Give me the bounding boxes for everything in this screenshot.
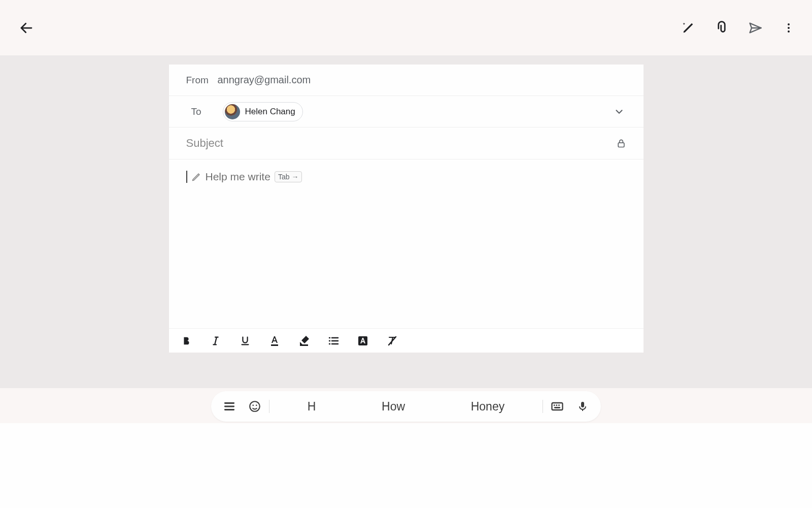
- underline-icon: [240, 335, 251, 346]
- suggestion-pill: H How Honey: [211, 391, 601, 422]
- subject-placeholder: Subject: [186, 137, 223, 150]
- svg-rect-6: [618, 143, 624, 147]
- compose-wrapper: From anngray@gmail.com To Helen Chang Su…: [0, 55, 812, 353]
- bold-icon: [181, 335, 192, 346]
- svg-point-25: [252, 405, 254, 406]
- avatar: [225, 104, 240, 119]
- italic-icon: [210, 335, 221, 346]
- bottom-strip: [0, 423, 812, 508]
- highlight-button[interactable]: [297, 334, 311, 348]
- suggestion-words: H How Honey: [275, 397, 537, 417]
- to-row[interactable]: To Helen Chang: [169, 96, 644, 128]
- magic-pen-icon: [681, 21, 695, 35]
- svg-point-26: [256, 405, 257, 406]
- emoji-button[interactable]: [246, 397, 264, 416]
- help-me-write-hint[interactable]: Help me write Tab →: [186, 171, 626, 183]
- menu-icon: [223, 400, 236, 413]
- emoji-icon: [248, 400, 261, 413]
- svg-rect-19: [358, 336, 367, 345]
- chevron-down-icon: [614, 106, 625, 117]
- recipient-name: Helen Chang: [245, 107, 295, 117]
- more-options-button[interactable]: [780, 19, 798, 37]
- svg-point-24: [250, 401, 260, 411]
- bold-button[interactable]: [179, 334, 193, 348]
- text-cursor: [186, 171, 187, 183]
- clear-format-icon: [386, 335, 398, 347]
- more-vert-icon: [783, 22, 795, 34]
- from-row[interactable]: From anngray@gmail.com: [169, 65, 644, 96]
- svg-point-4: [788, 27, 790, 29]
- underline-button[interactable]: [238, 334, 252, 348]
- svg-point-3: [788, 23, 790, 25]
- back-arrow-icon: [19, 20, 34, 36]
- subject-row[interactable]: Subject: [169, 128, 644, 160]
- keyboard-menu-button[interactable]: [220, 397, 239, 416]
- app-bar-left: [14, 16, 39, 40]
- voice-input-button[interactable]: [573, 397, 592, 416]
- mic-icon: [577, 400, 589, 412]
- svg-line-9: [215, 337, 217, 344]
- italic-button[interactable]: [209, 334, 223, 348]
- app-bar-right: [679, 19, 798, 37]
- keyboard-suggestion-bar: H How Honey: [0, 388, 812, 424]
- svg-point-5: [788, 30, 790, 33]
- tab-hint-arrow: →: [291, 173, 298, 181]
- confidential-mode-button[interactable]: [616, 138, 626, 148]
- recipient-chip[interactable]: Helen Chang: [223, 102, 303, 121]
- highlight-icon: [298, 335, 310, 347]
- suggestion-word-3[interactable]: Honey: [461, 397, 515, 417]
- list-icon: [327, 335, 340, 347]
- lock-icon: [616, 138, 626, 148]
- suggestion-word-1[interactable]: H: [297, 397, 326, 417]
- tab-hint: Tab →: [275, 171, 302, 182]
- app-bar: [0, 0, 812, 55]
- send-icon: [748, 21, 762, 35]
- suggestion-word-2[interactable]: How: [371, 397, 415, 417]
- svg-rect-32: [581, 402, 584, 407]
- expand-recipients-button[interactable]: [612, 105, 626, 119]
- font-background-button[interactable]: [356, 334, 370, 348]
- help-me-write-label: Help me write: [206, 171, 270, 183]
- text-color-button[interactable]: [267, 334, 282, 348]
- from-value: anngray@gmail.com: [218, 74, 311, 86]
- pencil-icon: [191, 172, 201, 182]
- from-label: From: [186, 75, 216, 86]
- text-color-icon: [268, 335, 281, 347]
- format-toolbar: [169, 328, 644, 353]
- separator: [269, 400, 269, 413]
- clear-format-button[interactable]: [385, 334, 399, 348]
- compose-body[interactable]: Help me write Tab →: [169, 160, 644, 353]
- tab-hint-label: Tab: [278, 173, 290, 181]
- list-button[interactable]: [326, 334, 341, 348]
- keyboard-icon: [550, 399, 564, 414]
- magic-write-button[interactable]: [679, 19, 697, 37]
- back-button[interactable]: [14, 16, 39, 40]
- keyboard-toggle-button[interactable]: [548, 397, 566, 416]
- attachment-icon: [714, 20, 729, 36]
- compose-card: From anngray@gmail.com To Helen Chang Su…: [169, 65, 644, 353]
- send-button[interactable]: [746, 19, 764, 37]
- font-bg-icon: [357, 335, 369, 347]
- separator: [543, 400, 543, 413]
- attach-button[interactable]: [713, 19, 731, 37]
- svg-rect-12: [300, 344, 308, 346]
- svg-rect-27: [552, 403, 563, 410]
- to-label: To: [191, 106, 223, 117]
- svg-rect-11: [271, 344, 278, 346]
